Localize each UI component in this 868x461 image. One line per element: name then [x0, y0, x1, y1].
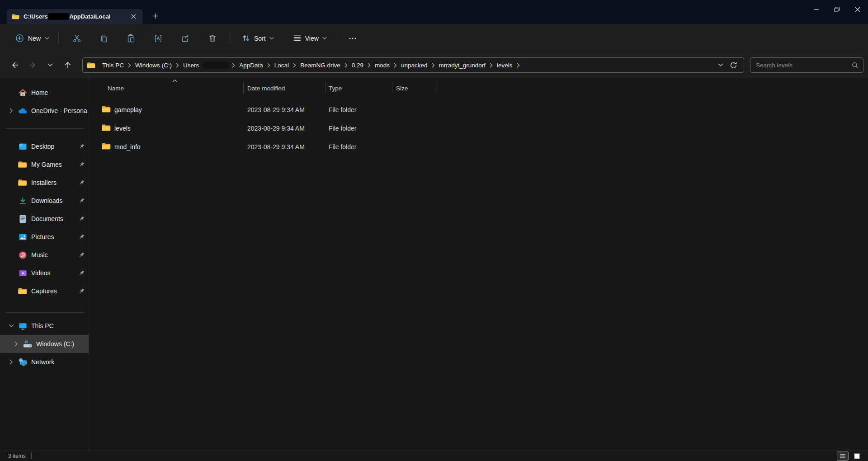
sidebar-item-pictures[interactable]: Pictures — [0, 228, 89, 246]
close-button[interactable] — [847, 0, 868, 19]
pin-icon — [78, 161, 85, 168]
file-row-gameplay[interactable]: gameplay 2023-08-29 9:34 AM File folder — [89, 101, 868, 119]
desktop-icon — [18, 142, 27, 151]
music-icon — [18, 250, 27, 259]
chevron-right-icon[interactable] — [5, 359, 18, 365]
cut-button[interactable] — [68, 30, 86, 47]
sidebar-item-my-games[interactable]: My Games — [0, 155, 89, 174]
chevron-right-icon[interactable] — [9, 341, 23, 347]
column-divider[interactable] — [243, 82, 244, 94]
breadcrumb-appdata[interactable]: AppData — [236, 61, 266, 70]
home-icon — [18, 88, 27, 97]
sidebar-item-desktop[interactable]: Desktop — [0, 137, 89, 155]
sidebar-item-network[interactable]: Network — [0, 353, 89, 371]
arrow-left-icon — [10, 61, 19, 70]
share-button[interactable] — [176, 30, 194, 47]
file-row-mod-info[interactable]: mod_info 2023-08-29 9:34 AM File folder — [89, 138, 868, 156]
breadcrumb-unpacked[interactable]: unpacked — [398, 61, 430, 70]
toolbar-separator — [58, 33, 59, 44]
breadcrumb-levels[interactable]: levels — [494, 61, 515, 70]
breadcrumb-mod-folder[interactable]: mrradyt_grundorf — [436, 61, 489, 70]
breadcrumb-chevron-icon[interactable] — [127, 63, 132, 68]
breadcrumb-users[interactable]: Users — [180, 61, 202, 70]
file-type: File folder — [329, 125, 356, 132]
breadcrumb-chevron-icon[interactable] — [392, 63, 398, 68]
column-divider[interactable] — [325, 82, 326, 94]
column-header-size[interactable]: Size — [396, 85, 408, 92]
chevron-right-icon[interactable] — [5, 108, 18, 113]
sidebar-item-this-pc[interactable]: This PC — [0, 317, 89, 335]
new-button-label: New — [28, 35, 41, 42]
breadcrumb: This PC Windows (C:) Users AppData Local… — [99, 61, 718, 70]
tab-close-icon[interactable] — [128, 12, 138, 22]
file-date-modified: 2023-08-29 9:34 AM — [247, 143, 305, 151]
item-count: 3 items — [8, 453, 26, 459]
refresh-icon[interactable] — [730, 61, 737, 69]
new-button[interactable]: New — [11, 30, 54, 46]
sidebar-item-onedrive[interactable]: OneDrive - Persona — [0, 102, 89, 120]
sidebar-item-captures[interactable]: Captures — [0, 282, 89, 300]
column-headers: Name Date modified Type Size — [89, 78, 868, 99]
recent-locations-button[interactable] — [42, 57, 58, 73]
breadcrumb-chevron-icon[interactable] — [515, 63, 521, 68]
details-view-button[interactable] — [837, 452, 849, 461]
breadcrumb-version[interactable]: 0.29 — [349, 61, 366, 70]
sort-button[interactable]: Sort — [237, 30, 278, 46]
breadcrumb-chevron-icon[interactable] — [430, 63, 436, 68]
file-row-levels[interactable]: levels 2023-08-29 9:34 AM File folder — [89, 119, 868, 138]
sidebar-item-downloads[interactable]: Downloads — [0, 192, 89, 210]
delete-button[interactable] — [203, 30, 222, 47]
sort-button-label: Sort — [254, 35, 266, 42]
column-header-name[interactable]: Name — [108, 85, 124, 92]
titlebar: C:\Users AppData\Local — [0, 0, 868, 24]
address-dropdown-icon[interactable] — [718, 63, 723, 67]
breadcrumb-drive-c[interactable]: Windows (C:) — [132, 61, 175, 70]
large-icons-view-button[interactable] — [851, 452, 863, 461]
rename-icon — [154, 34, 163, 43]
search-box — [750, 57, 863, 73]
details-view-icon — [840, 453, 846, 459]
rename-button[interactable] — [149, 30, 167, 47]
folder-icon — [18, 287, 27, 296]
plus-icon — [152, 13, 158, 19]
sidebar-item-installers[interactable]: Installers — [0, 174, 89, 192]
breadcrumb-this-pc[interactable]: This PC — [99, 61, 127, 70]
address-bar[interactable]: This PC Windows (C:) Users AppData Local… — [82, 57, 744, 73]
sidebar-item-windows-c[interactable]: Windows (C:) — [0, 335, 89, 353]
column-divider[interactable] — [437, 82, 437, 94]
breadcrumb-chevron-icon[interactable] — [175, 63, 180, 68]
network-icon — [18, 358, 27, 367]
breadcrumb-chevron-icon[interactable] — [266, 63, 272, 68]
breadcrumb-chevron-icon[interactable] — [366, 63, 372, 68]
breadcrumb-chevron-icon[interactable] — [488, 63, 494, 68]
minimize-button[interactable] — [806, 0, 826, 19]
explorer-tab[interactable]: C:\Users AppData\Local — [7, 9, 143, 24]
sidebar-item-music[interactable]: Music — [0, 246, 89, 264]
up-button[interactable] — [59, 57, 76, 73]
new-tab-button[interactable] — [149, 10, 161, 22]
column-divider[interactable] — [392, 82, 392, 94]
forward-button[interactable] — [24, 57, 41, 73]
restore-button[interactable] — [826, 0, 847, 19]
column-header-date-modified[interactable]: Date modified — [247, 85, 285, 92]
back-button[interactable] — [6, 57, 23, 73]
breadcrumb-chevron-icon[interactable] — [343, 63, 349, 68]
view-button[interactable]: View — [288, 30, 331, 46]
chevron-down-icon[interactable] — [5, 324, 18, 328]
breadcrumb-chevron-icon[interactable] — [292, 63, 297, 68]
pin-icon — [78, 143, 85, 150]
more-options-button[interactable] — [344, 30, 362, 47]
sidebar-item-videos[interactable]: Videos — [0, 264, 89, 282]
breadcrumb-chevron-icon[interactable] — [231, 63, 236, 68]
status-bar: 3 items — [0, 451, 868, 461]
breadcrumb-local[interactable]: Local — [272, 61, 292, 70]
column-header-type[interactable]: Type — [329, 85, 342, 92]
breadcrumb-mods[interactable]: mods — [372, 61, 392, 70]
sidebar-item-home[interactable]: Home — [0, 84, 89, 102]
paste-button[interactable] — [122, 30, 140, 47]
breadcrumb-beamng[interactable]: BeamNG.drive — [297, 61, 343, 70]
toolbar-separator — [231, 33, 231, 44]
search-input[interactable] — [756, 62, 852, 69]
copy-button[interactable] — [95, 30, 113, 47]
sidebar-item-documents[interactable]: Documents — [0, 210, 89, 228]
